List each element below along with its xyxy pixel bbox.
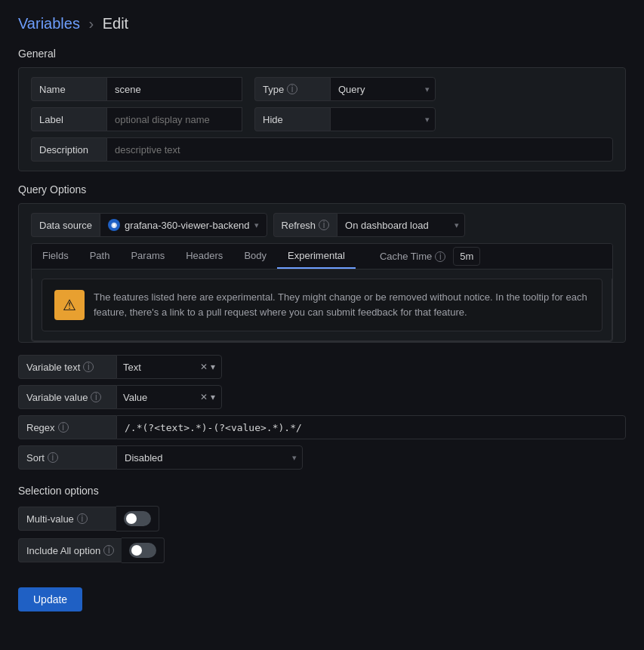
tab-headers[interactable]: Headers [175,244,233,269]
description-label: Description [31,137,106,162]
type-label: Type i [254,77,330,101]
breadcrumb-edit: Edit [103,15,128,32]
hide-label: Hide [254,107,330,131]
include-all-toggle[interactable] [129,543,156,558]
variable-value-select[interactable]: Value ✕ ▾ [116,385,222,409]
refresh-select[interactable]: On dashboard load Never On time range ch… [337,213,465,237]
regex-info-icon[interactable]: i [58,422,69,433]
warning-text: The features listed here are experimenta… [94,290,590,319]
regex-input[interactable] [116,415,626,439]
label-input[interactable] [106,107,242,131]
variable-text-chevron[interactable]: ▾ [211,362,215,372]
datasource-name: grafana-360-viewer-backend [125,220,249,231]
update-button[interactable]: Update [18,587,82,611]
multi-value-label: Multi-value i [18,507,116,531]
variable-value-info-icon[interactable]: i [91,392,101,402]
type-info-icon[interactable]: i [287,84,297,94]
experimental-warning: ⚠ The features listed here are experimen… [42,279,602,331]
cache-time-info-icon[interactable]: i [435,251,445,262]
tab-experimental-content: ⚠ The features listed here are experimen… [32,279,612,341]
tab-params[interactable]: Params [120,244,175,269]
description-input[interactable] [106,137,613,162]
type-select[interactable]: Query Custom Text box Constant Data sour… [330,77,436,101]
variable-text-value: Text [123,362,194,373]
datasource-chevron: ▾ [254,220,259,230]
label-label: Label [31,107,106,131]
sort-label: Sort i [18,445,116,470]
selection-options-title: Selection options [18,485,626,497]
variable-value-chevron[interactable]: ▾ [211,392,215,402]
variable-value-label: Variable value i [18,385,116,409]
variable-text-info-icon[interactable]: i [83,362,94,372]
cache-time-label: Cache Time i [380,251,445,262]
tab-body[interactable]: Body [233,244,277,269]
multi-value-info-icon[interactable]: i [77,513,88,524]
page-title: Variables › Edit [18,15,626,32]
tab-fields[interactable]: Fields [32,244,79,269]
general-section-title: General [18,48,626,60]
name-label: Name [31,77,106,101]
variable-value-val: Value [123,392,194,403]
variable-text-label: Variable text i [18,355,116,379]
variable-text-clear[interactable]: ✕ [200,362,208,372]
datasource-label: Data source [31,213,100,237]
variable-value-clear[interactable]: ✕ [200,392,208,402]
datasource-icon: ◉ [108,219,120,231]
warning-icon: ⚠ [54,290,85,320]
refresh-label: Refresh i [273,213,337,237]
query-options-title: Query Options [18,183,626,196]
sort-select[interactable]: Disabled Alphabetical (asc) Alphabetical… [116,445,303,470]
multi-value-toggle[interactable] [124,511,151,526]
query-tabs: Fields Path Params Headers Body Experime… [32,244,612,270]
tab-path[interactable]: Path [79,244,121,269]
name-input[interactable] [106,77,242,101]
variable-text-select[interactable]: Text ✕ ▾ [116,355,222,379]
regex-label: Regex i [18,415,116,439]
cache-time-value[interactable]: 5m [453,247,480,266]
sort-info-icon[interactable]: i [48,452,58,463]
refresh-info-icon[interactable]: i [319,220,329,230]
datasource-selector[interactable]: ◉ grafana-360-viewer-backend ▾ [100,213,267,237]
tab-experimental[interactable]: Experimental [277,244,356,269]
include-all-info-icon[interactable]: i [103,545,114,556]
breadcrumb-variables[interactable]: Variables [18,15,80,32]
hide-select[interactable]: Label Variable [330,107,436,131]
breadcrumb-arrow: › [88,15,94,32]
include-all-label: Include All option i [18,538,122,562]
